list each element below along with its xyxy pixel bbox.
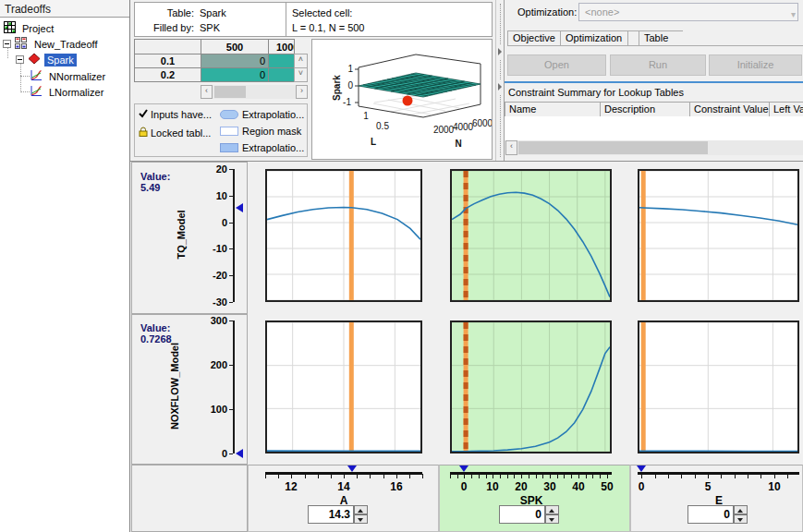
optimization-dropdown[interactable]: <none> ▾	[578, 3, 798, 21]
slider-tick	[486, 474, 487, 478]
slider-tick	[521, 474, 522, 478]
scroll-right-button[interactable]: ›	[296, 85, 308, 99]
tab-filler	[683, 30, 803, 46]
tradeoff-plot-NOXFLOW_Model-vs-A[interactable]	[265, 320, 422, 453]
scroll-up-button[interactable]: ˄	[294, 54, 308, 68]
panel-splitter[interactable]	[495, 0, 504, 161]
tradeoff-plot-TQ_Model-vs-A[interactable]	[265, 169, 422, 302]
slider-tick	[708, 474, 709, 478]
splitter-expand-button[interactable]	[496, 44, 504, 59]
slider-tick-label: 0	[461, 480, 468, 493]
slider-bar-SPK[interactable]	[450, 472, 612, 475]
slider-tick-label: 0	[639, 480, 645, 493]
table-cell-selected[interactable]: 0	[201, 54, 269, 68]
a-value-input[interactable]: 14.3	[308, 505, 354, 524]
table-cell[interactable]	[268, 54, 295, 68]
scroll-left-button[interactable]: ‹	[201, 85, 213, 99]
tab-objective[interactable]: Objective	[507, 30, 561, 46]
value-marker[interactable]	[236, 449, 243, 458]
plot-canvas	[639, 322, 797, 452]
slider-tick	[493, 474, 493, 478]
selected-cell-label: Selected cell:	[292, 6, 364, 20]
row-header-0.1[interactable]: 0.1	[134, 54, 201, 68]
slider-tick-label: 20	[515, 480, 527, 493]
value-label: Value:5.49	[140, 171, 170, 193]
lock-icon	[139, 127, 148, 139]
slider-tick	[383, 474, 384, 478]
slider-tick	[357, 474, 358, 478]
slider-tick	[787, 474, 788, 478]
tradeoff-plot-NOXFLOW_Model-vs-SPK[interactable]	[450, 320, 612, 453]
slider-tick-label: 10	[486, 480, 498, 493]
spinner-up-button[interactable]	[354, 505, 368, 514]
axis-tick	[229, 365, 233, 366]
tradeoff-plot-NOXFLOW_Model-vs-E[interactable]	[638, 320, 799, 453]
legend-region-mask: Region mask	[220, 126, 301, 137]
spinner-down-button[interactable]	[354, 514, 368, 524]
tab-table[interactable]: Table	[639, 30, 684, 46]
slider-tick	[735, 474, 736, 478]
axis-tick-label: 0	[196, 217, 227, 228]
slider-tick	[318, 474, 319, 478]
slider-tick	[557, 474, 558, 478]
scroll-down-button[interactable]: ˅	[294, 67, 308, 82]
slider-tick	[344, 474, 345, 478]
tree-item-new-tradeoff[interactable]: New_Tradeoff	[15, 36, 100, 52]
axis-tick-label: 10	[196, 190, 227, 201]
axis-tick	[229, 196, 233, 197]
slider-tick	[396, 474, 397, 478]
tree-item-lnormalizer[interactable]: LNormalizer	[30, 84, 106, 100]
slider-marker-SPK[interactable]	[459, 466, 468, 472]
spinner-up-button[interactable]	[734, 505, 748, 514]
table-surface-view[interactable]: 10-1Spark10.5L200040006000N	[311, 39, 493, 160]
spk-value-input[interactable]: 0	[499, 505, 545, 524]
tab-optimization[interactable]: Optimization	[560, 30, 628, 46]
tradeoff-plot-TQ_Model-vs-E[interactable]	[638, 169, 799, 302]
run-button[interactable]: Run	[610, 54, 706, 76]
axis-tick	[229, 320, 233, 321]
surface-plot-text: 1	[347, 64, 353, 74]
slider-tick	[450, 474, 451, 478]
axis-tick	[229, 409, 233, 410]
collapse-toggle[interactable]	[3, 40, 11, 48]
tradeoff-plot-TQ_Model-vs-SPK[interactable]	[450, 169, 612, 302]
surface-plot-text: 2000	[433, 125, 455, 135]
column-header-1000[interactable]: 1000	[268, 39, 295, 54]
table-corner-cell	[134, 39, 201, 54]
slider-marker-E[interactable]	[637, 466, 646, 472]
optimization-selected-value: <none>	[585, 6, 619, 18]
value-marker[interactable]	[236, 203, 243, 212]
row-header-0.2[interactable]: 0.2	[134, 67, 201, 82]
value-axis-line	[233, 169, 235, 302]
scroll-left-button[interactable]: ‹	[505, 140, 517, 155]
slider-marker-A[interactable]	[347, 466, 357, 472]
surface-plot-text: 0	[347, 80, 353, 91]
tree-item-label: NNormalizer	[46, 70, 108, 83]
spinner-up-button[interactable]	[545, 505, 559, 514]
e-value-input[interactable]: 0	[687, 505, 734, 524]
legend-label: Extrapolatio...	[242, 142, 304, 153]
initialize-button[interactable]: Initialize	[709, 54, 802, 76]
value-label: Value:0.7268	[140, 322, 172, 345]
spinner-down-button[interactable]	[734, 514, 748, 524]
tree-item-project[interactable]: Project	[4, 20, 56, 36]
scrollbar-thumb[interactable]	[518, 141, 708, 154]
spinner-down-button[interactable]	[545, 514, 559, 524]
surface-plot-text: L	[371, 137, 376, 147]
model-curve	[452, 192, 610, 296]
open-button[interactable]: Open	[507, 54, 606, 76]
splitter-expand-button[interactable]	[496, 79, 504, 94]
slider-tick	[641, 474, 642, 478]
tree-item-nnormalizer[interactable]: NNormalizer	[30, 68, 108, 84]
table-cell[interactable]: 0	[201, 67, 269, 82]
column-header-500[interactable]: 500	[201, 39, 269, 54]
scrollbar-thumb[interactable]	[214, 86, 246, 98]
table-label: Table:	[140, 6, 194, 20]
slider-tick	[507, 474, 508, 478]
plot-canvas	[639, 171, 797, 300]
collapse-toggle[interactable]	[16, 55, 24, 64]
table-cell[interactable]	[268, 67, 295, 82]
legend-inputs: Inputs have...	[139, 109, 212, 120]
tree-item-spark[interactable]: Spark	[28, 52, 77, 67]
axis-tick-label: -30	[196, 296, 227, 308]
